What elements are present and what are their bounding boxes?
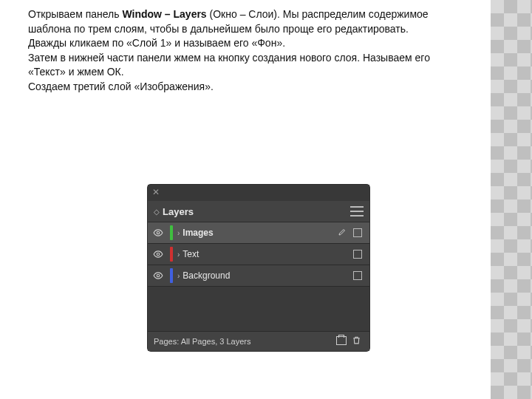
instruction-line: Затем в нижней части панели жмем на кноп… — [28, 51, 464, 80]
svg-point-0 — [157, 232, 160, 235]
svg-point-1 — [157, 253, 160, 256]
layer-color-swatch — [170, 225, 173, 240]
visibility-icon[interactable] — [148, 270, 168, 282]
select-box[interactable] — [353, 250, 362, 259]
instruction-line: Открываем панель Window – Layers (Окно –… — [28, 7, 464, 36]
layer-row[interactable]: ›Text — [148, 244, 369, 265]
layer-color-swatch — [170, 268, 173, 283]
text: Открываем панель — [28, 8, 122, 20]
layers-panel: ✕ ◇ Layers ›Images›Text›Background Pages… — [148, 185, 369, 351]
layer-row[interactable]: ›Background — [148, 265, 369, 287]
select-box[interactable] — [353, 228, 362, 237]
close-icon[interactable]: ✕ — [152, 187, 160, 197]
decorative-strip — [491, 0, 532, 399]
layer-name: Background — [183, 270, 335, 281]
layer-name: Images — [183, 228, 335, 238]
trash-icon[interactable] — [349, 335, 364, 347]
collapse-icon[interactable]: ◇ — [154, 208, 158, 216]
bold-text: Window – Layers — [122, 8, 206, 20]
pen-icon — [335, 228, 349, 239]
panel-title: Layers — [163, 206, 194, 217]
svg-point-2 — [157, 275, 160, 278]
panel-menu-icon[interactable] — [350, 206, 364, 216]
layer-name: Text — [183, 249, 335, 259]
panel-tabbar: ✕ — [148, 185, 369, 201]
layer-row[interactable]: ›Images — [148, 222, 369, 244]
panel-empty-area — [148, 287, 369, 332]
panel-footer: Pages: All Pages, 3 Layers — [148, 332, 369, 351]
chevron-right-icon[interactable]: › — [177, 250, 180, 259]
new-layer-icon[interactable] — [334, 336, 349, 347]
instruction-line: Дважды кликаем по «Слой 1» и называем ег… — [28, 36, 464, 51]
visibility-icon[interactable] — [148, 228, 168, 239]
visibility-icon[interactable] — [148, 249, 168, 260]
chevron-right-icon[interactable]: › — [177, 272, 180, 280]
panel-header: ◇ Layers — [148, 201, 369, 222]
instruction-line: Создаем третий слой «Изображения». — [28, 80, 464, 95]
footer-status: Pages: All Pages, 3 Layers — [154, 337, 250, 346]
select-box[interactable] — [353, 271, 362, 280]
chevron-right-icon[interactable]: › — [177, 229, 180, 237]
instructions-block: Открываем панель Window – Layers (Окно –… — [28, 7, 464, 95]
layer-color-swatch — [170, 247, 173, 262]
